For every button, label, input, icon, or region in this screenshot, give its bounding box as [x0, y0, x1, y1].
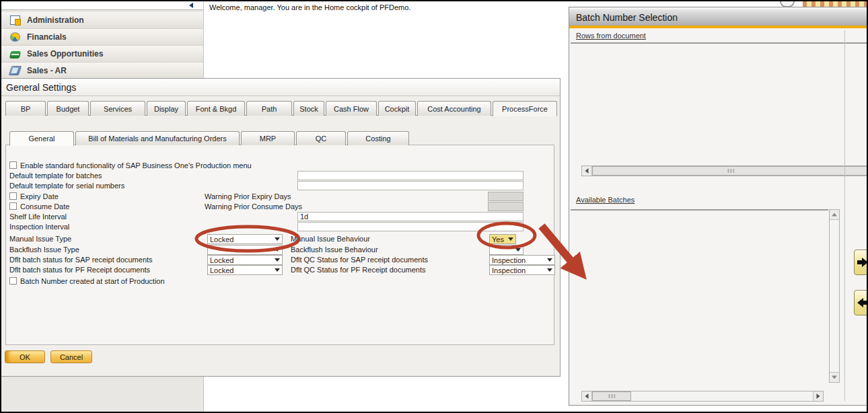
selected-value: Locked — [210, 256, 233, 264]
default-template-serials-input[interactable] — [297, 181, 523, 190]
welcome-text: Welcome, manager. You are in the Home co… — [209, 3, 410, 11]
menu-item-label: Sales Opportunities — [27, 49, 103, 59]
scroll-left-icon[interactable] — [582, 391, 592, 401]
cancel-button[interactable]: Cancel — [50, 350, 92, 363]
screenshot-root: Welcome, manager. You are in the Home co… — [0, 0, 868, 413]
tab-services[interactable]: Services — [90, 101, 145, 116]
sales-opportunities-icon — [9, 51, 21, 59]
dflt-qc-sap-select[interactable]: Inspection — [489, 255, 555, 265]
move-right-button[interactable] — [854, 250, 868, 275]
menu-item-sales-opportunities[interactable]: Sales Opportunities — [1, 46, 203, 63]
scroll-left-icon[interactable] — [582, 166, 592, 176]
title-accent-stripe — [569, 26, 868, 28]
backflush-issue-behaviour-label: Backflush Issue Behaviour — [291, 246, 378, 254]
available-batches-link[interactable]: Available Batches — [576, 196, 635, 204]
subtab-qc[interactable]: QC — [296, 131, 346, 145]
dflt-batch-pf-label: Dflt batch status for PF Receipt documen… — [9, 266, 150, 274]
batches-table-hscrollbar[interactable] — [581, 391, 824, 402]
scroll-up-icon[interactable] — [830, 210, 839, 220]
scrollbar-track[interactable] — [830, 220, 839, 372]
selected-value: Locked — [210, 235, 233, 243]
inspection-interval-input[interactable] — [297, 222, 523, 231]
batches-table-vscrollbar[interactable] — [829, 209, 840, 383]
financials-icon — [10, 32, 20, 42]
tab-bp[interactable]: BP — [5, 101, 46, 116]
main-tabs: BPBudgetServicesDisplayFont & BkgdPathSt… — [5, 101, 557, 116]
tab-cash-flow[interactable]: Cash Flow — [326, 101, 377, 116]
expiry-date-label: Expiry Date — [20, 192, 59, 200]
manual-issue-behaviour-label: Manual Issue Behaviour — [291, 235, 370, 243]
dflt-batch-sap-select[interactable]: Locked — [207, 255, 283, 265]
inspection-interval-label: Inspection Interval — [9, 223, 69, 231]
tab-cost-accounting[interactable]: Cost Accounting — [417, 101, 491, 116]
default-template-serials-label: Default template for serial numbers — [9, 182, 124, 190]
warning-consume-input — [488, 202, 523, 211]
menu-item-label: Financials — [27, 32, 67, 42]
menu-item-administration[interactable]: Administration — [1, 12, 203, 29]
scrollbar-thumb[interactable] — [592, 166, 868, 176]
dropdown-arrow-icon — [275, 248, 280, 252]
sub-tabs: GeneralBill of Materials and Manufacturi… — [9, 131, 410, 145]
tab-processforce[interactable]: ProcessForce — [493, 101, 557, 116]
menu-item-label: Administration — [27, 15, 84, 25]
warning-expiry-input — [488, 192, 523, 201]
panel-divider — [844, 30, 845, 401]
dflt-batch-sap-label: Dflt batch status for SAP receipt docume… — [9, 256, 153, 264]
tab-display[interactable]: Display — [147, 101, 186, 116]
tab-budget[interactable]: Budget — [47, 101, 89, 116]
tab-path[interactable]: Path — [246, 101, 292, 116]
dropdown-arrow-icon — [275, 258, 280, 262]
collapse-sidebar-icon[interactable] — [189, 3, 193, 8]
manual-issue-type-select[interactable]: Locked — [207, 234, 283, 244]
scrollbar-track[interactable] — [631, 391, 813, 401]
rows-from-document-link[interactable]: Rows from document — [576, 32, 646, 40]
module-menu: AdministrationFinancialsSales Opportunit… — [1, 12, 203, 79]
arrow-right-icon — [857, 258, 868, 267]
default-template-batches-input[interactable] — [297, 171, 523, 180]
scroll-down-icon[interactable] — [830, 372, 839, 382]
scrollbar-thumb[interactable] — [592, 391, 631, 401]
consume-date-checkbox[interactable] — [9, 202, 17, 210]
window-title: Batch Number Selection — [569, 9, 868, 26]
dflt-qc-pf-label: Dflt QC Status for PF Receipt documents — [291, 266, 426, 274]
selected-value: Inspection — [492, 266, 526, 274]
rows-from-document-table — [571, 42, 868, 44]
sales-ar-icon — [9, 66, 22, 75]
dflt-qc-sap-label: Dflt QC Status for SAP receipt documents — [291, 256, 428, 264]
arrow-left-icon — [857, 298, 868, 307]
consume-date-label: Consume Date — [20, 202, 69, 211]
scroll-right-icon[interactable] — [813, 391, 823, 401]
tab-font-bkgd[interactable]: Font & Bkgd — [187, 101, 245, 116]
dropdown-arrow-icon — [275, 268, 280, 272]
dropdown-arrow-icon — [547, 268, 552, 272]
dflt-qc-pf-select[interactable]: Inspection — [489, 265, 555, 275]
general-settings-window: General Settings BPBudgetServicesDisplay… — [1, 78, 560, 377]
shelf-life-input[interactable]: 1d — [297, 212, 523, 221]
available-batches-table — [571, 209, 828, 211]
dropdown-arrow-icon — [547, 258, 552, 262]
move-left-button[interactable] — [854, 290, 868, 315]
manual-issue-behaviour-select[interactable]: Yes — [489, 234, 516, 244]
selected-value: Inspection — [492, 256, 526, 264]
menu-item-financials[interactable]: Financials — [1, 29, 203, 46]
warning-consume-label: Warning Prior Consume Days — [205, 202, 302, 211]
ok-button[interactable]: OK — [5, 350, 45, 363]
subtab-costing[interactable]: Costing — [347, 131, 409, 145]
menu-item-sales-ar[interactable]: Sales - AR — [1, 63, 203, 79]
backflush-issue-type-select[interactable] — [207, 245, 283, 255]
shelf-life-label: Shelf Life Interval — [9, 213, 67, 221]
tab-cockpit[interactable]: Cockpit — [378, 101, 416, 116]
expiry-date-checkbox[interactable] — [9, 192, 17, 200]
enable-standard-checkbox[interactable] — [9, 161, 17, 169]
batch-number-created-checkbox[interactable] — [9, 277, 17, 285]
menu-item-label: Sales - AR — [27, 66, 67, 75]
subtab-mrp[interactable]: MRP — [241, 131, 295, 145]
rows-table-hscrollbar[interactable] — [581, 165, 868, 176]
subtab-general[interactable]: General — [9, 131, 74, 146]
tab-stock[interactable]: Stock — [293, 101, 324, 116]
default-template-batches-label: Default template for batches — [9, 172, 102, 180]
window-title: General Settings — [1, 79, 560, 96]
dflt-batch-pf-select[interactable]: Locked — [207, 265, 283, 275]
backflush-issue-behaviour-select[interactable] — [489, 245, 523, 255]
subtab-bill-of-materials-and-manufacturing-orders[interactable]: Bill of Materials and Manufacturing Orde… — [75, 131, 240, 145]
